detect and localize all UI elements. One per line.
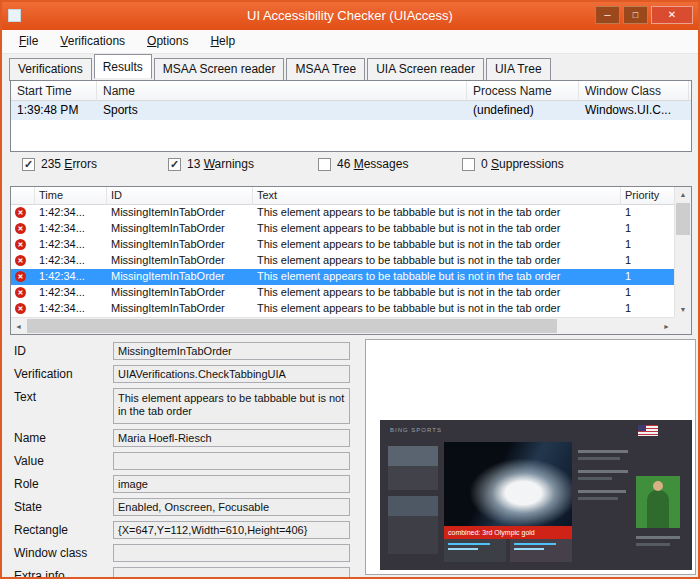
field-value-state[interactable]: Enabled, Onscreen, Focusable [113,498,350,516]
cell-text: This element appears to be tabbable but … [253,269,621,284]
field-value-name[interactable]: Maria Hoefl-Riesch [113,429,350,447]
horizontal-scroll-thumb[interactable] [27,319,557,333]
field-value-role[interactable]: image [113,475,350,493]
horizontal-scrollbar[interactable]: ◄ ► [11,317,674,334]
filter-label: 46 Messages [337,157,408,171]
title-bar[interactable]: UI Accessibility Checker (UIAccess) ─ □ … [2,2,698,30]
result-row[interactable]: ✕1:42:34...MissingItemInTabOrderThis ele… [11,221,676,237]
column-header-window-class[interactable]: Window Class [579,81,689,101]
field-value-value[interactable] [113,452,350,470]
error-icon: ✕ [15,303,26,314]
minimize-button[interactable]: ─ [595,6,620,24]
filter-label: 13 Warnings [187,157,254,171]
cell-id: MissingItemInTabOrder [107,253,253,268]
field-label: Rectangle [14,521,113,537]
field-label: Name [14,429,113,445]
cell-process: (undefined) [467,101,579,120]
cell-priority: 1 [621,269,676,284]
cell-id: MissingItemInTabOrder [107,221,253,236]
field-label: Role [14,475,113,491]
menu-verifications[interactable]: Verifications [49,30,136,53]
filter-label: 0 Suppressions [481,157,564,171]
field-value-window-class[interactable] [113,544,350,562]
field-value-id[interactable]: MissingItemInTabOrder [113,342,350,360]
tab-strip: VerificationsResultsMSAA Screen readerMS… [2,54,698,79]
error-icon: ✕ [15,207,26,218]
checkbox-0-suppressions[interactable] [462,158,475,171]
results-list[interactable]: TimeIDTextPriority ✕1:42:34...MissingIte… [10,186,692,335]
preview-tile [444,538,506,562]
sessions-rows: 1:39:48 PMSports(undefined)Windows.UI.C.… [11,101,691,120]
column-header-process-name[interactable]: Process Name [467,81,579,101]
field-value-rectangle[interactable]: {X=647,Y=112,Width=610,Height=406} [113,521,350,539]
field-value-text[interactable]: This element appears to be tabbable but … [113,388,350,424]
scroll-left-icon[interactable]: ◄ [11,318,26,335]
error-cell: ✕ [11,205,35,220]
vertical-scrollbar[interactable]: ▲ ▼ [674,187,691,317]
column-header-icon[interactable] [11,187,35,205]
cell-window_class: Windows.UI.C... [579,101,689,120]
cell-id: MissingItemInTabOrder [107,301,253,316]
field-label: Text [14,388,113,404]
tab-verifications[interactable]: Verifications [9,58,92,81]
checkbox-13-warnings[interactable]: ✓ [168,158,181,171]
cell-text: This element appears to be tabbable but … [253,205,621,220]
field-label: Value [14,452,113,468]
sessions-list[interactable]: Start TimeNameProcess NameWindow Class 1… [10,80,692,152]
error-cell: ✕ [11,221,35,236]
filter-46-messages[interactable]: 46 Messages [318,157,408,171]
detail-field-extra-info: Extra info. [14,567,364,577]
column-header-text[interactable]: Text [253,187,621,205]
menu-help[interactable]: Help [199,30,246,53]
app-window: UI Accessibility Checker (UIAccess) ─ □ … [0,0,700,579]
result-row[interactable]: ✕1:42:34...MissingItemInTabOrderThis ele… [11,253,676,269]
result-row[interactable]: ✕1:42:34...MissingItemInTabOrderThis ele… [11,301,676,317]
preview-tile [510,538,572,562]
cell-priority: 1 [621,253,676,268]
filter-0-suppressions[interactable]: 0 Suppressions [462,157,564,171]
scroll-right-icon[interactable]: ► [659,318,674,335]
menu-options[interactable]: Options [136,30,199,53]
column-header-start-time[interactable]: Start Time [11,81,97,101]
cell-priority: 1 [621,221,676,236]
tab-results[interactable]: Results [94,54,152,79]
field-label: Extra info. [14,567,113,577]
error-cell: ✕ [11,269,35,284]
maximize-button[interactable]: □ [623,6,648,24]
result-row[interactable]: ✕1:42:34...MissingItemInTabOrderThis ele… [11,205,676,221]
tab-msaa-tree[interactable]: MSAA Tree [286,58,365,81]
person-photo [647,490,669,528]
column-header-time[interactable]: Time [35,187,107,205]
scroll-up-icon[interactable]: ▲ [675,187,691,202]
vertical-scroll-thumb[interactable] [676,203,690,235]
scroll-down-icon[interactable]: ▼ [675,302,691,317]
result-row[interactable]: ✕1:42:34...MissingItemInTabOrderThis ele… [11,237,676,253]
result-row[interactable]: ✕1:42:34...MissingItemInTabOrderThis ele… [11,285,676,301]
result-row[interactable]: ✕1:42:34...MissingItemInTabOrderThis ele… [11,269,676,285]
checkbox-46-messages[interactable] [318,158,331,171]
preview-photo-tile [636,476,680,528]
tab-msaa-screen-reader[interactable]: MSAA Screen reader [154,58,285,81]
checkbox-235-errors[interactable]: ✓ [22,158,35,171]
cell-time: 1:42:34... [35,285,107,300]
column-header-name[interactable]: Name [97,81,467,101]
tab-uia-tree[interactable]: UIA Tree [486,58,551,81]
window-title: UI Accessibility Checker (UIAccess) [2,8,698,23]
field-value-verification[interactable]: UIAVerifications.CheckTabbingUIA [113,365,350,383]
text-line-decoration [578,457,620,460]
tab-uia-screen-reader[interactable]: UIA Screen reader [367,58,484,81]
menu-file[interactable]: File [8,30,49,53]
column-header-id[interactable]: ID [107,187,253,205]
error-cell: ✕ [11,285,35,300]
close-button[interactable]: ✕ [651,6,693,24]
filter-235-errors[interactable]: ✓235 Errors [22,157,97,171]
cell-time: 1:42:34... [35,221,107,236]
filter-13-warnings[interactable]: ✓13 Warnings [168,157,254,171]
details-panel: IDMissingItemInTabOrderVerificationUIAVe… [10,339,364,577]
field-value-extra-info[interactable] [113,567,350,577]
filter-bar: ✓235 Errors✓13 Warnings46 Messages0 Supp… [10,157,690,177]
table-row[interactable]: 1:39:48 PMSports(undefined)Windows.UI.C.… [11,101,691,120]
cell-name: Sports [97,101,467,120]
filter-label: 235 Errors [41,157,97,171]
column-header-priority[interactable]: Priority [621,187,676,205]
